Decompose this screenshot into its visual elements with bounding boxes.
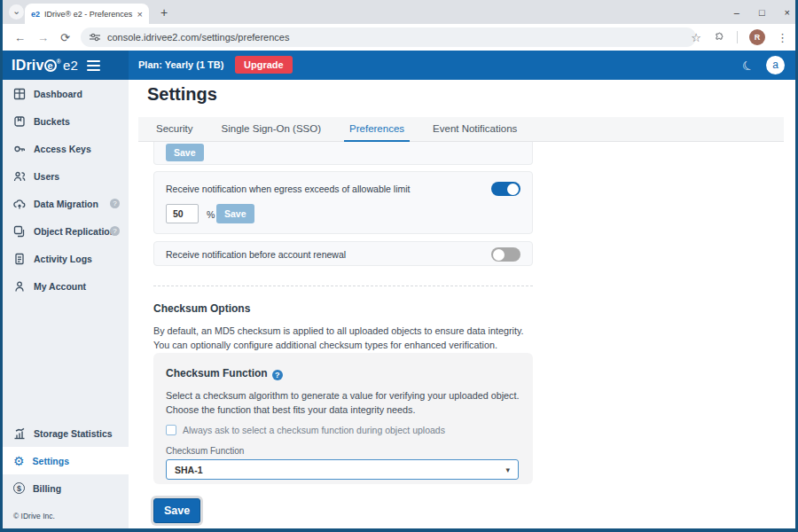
- key-icon: [13, 143, 26, 155]
- tab-event-notifications[interactable]: Event Notifications: [419, 117, 531, 141]
- checksum-options-title: Checksum Options: [153, 302, 250, 315]
- menu-kebab-icon[interactable]: ⋮: [777, 31, 788, 44]
- browser-tab-strip: ⌄ e2 IDrive® e2 - Preferences × + – □ ×: [3, 0, 795, 24]
- minimize-button[interactable]: –: [734, 7, 739, 18]
- sidebar-item-billing[interactable]: $ Billing: [3, 474, 129, 502]
- cloud-migration-icon: [13, 198, 26, 210]
- bar-chart-icon: [13, 427, 26, 440]
- checksum-function-description: Select a checksum algorithm to generate …: [166, 388, 520, 417]
- tab-close-icon[interactable]: ×: [137, 9, 143, 20]
- account-avatar[interactable]: a: [766, 56, 785, 74]
- checksum-options-description: By default, an MD5 checksum is applied t…: [153, 324, 535, 352]
- sidebar-item-buckets[interactable]: Buckets: [3, 107, 129, 135]
- sidebar-item-users[interactable]: Users: [3, 162, 129, 190]
- hamburger-menu-icon[interactable]: [87, 58, 100, 74]
- sidebar-item-storage-statistics[interactable]: Storage Statistics: [3, 419, 129, 447]
- checksum-function-select[interactable]: SHA-1 ▾: [166, 459, 519, 480]
- dark-mode-moon-icon[interactable]: ☾: [740, 57, 756, 74]
- always-ask-checkbox[interactable]: [166, 425, 176, 435]
- new-tab-button[interactable]: +: [160, 5, 168, 20]
- settings-tabbar: Security Single Sign-On (SSO) Preference…: [138, 117, 784, 142]
- help-question-icon[interactable]: ?: [272, 370, 283, 380]
- plan-label: Plan: Yearly (1 TB): [138, 59, 223, 70]
- egress-label: Receive notification when egress exceeds…: [166, 184, 410, 194]
- gear-icon: ⚙: [13, 455, 25, 467]
- select-caret-icon: ▾: [505, 466, 510, 474]
- tab-title: IDrive® e2 - Preferences: [44, 10, 133, 19]
- egress-save-button[interactable]: Save: [216, 204, 254, 223]
- url-text: console.idrivee2.com/settings/preference…: [107, 32, 289, 43]
- bucket-icon: [13, 115, 26, 128]
- checksum-select-label: Checksum Function: [166, 446, 520, 456]
- site-info-icon[interactable]: [90, 33, 100, 42]
- replication-icon: [13, 225, 26, 238]
- egress-percent-input[interactable]: [166, 204, 199, 223]
- checksum-function-title: Checksum Function: [166, 367, 268, 379]
- section-divider: [153, 286, 533, 286]
- egress-toggle[interactable]: [491, 182, 520, 196]
- checksum-function-card: Checksum Function? Select a checksum alg…: [153, 353, 533, 484]
- upgrade-button[interactable]: Upgrade: [235, 56, 293, 74]
- renewal-toggle[interactable]: [491, 247, 520, 262]
- percent-unit-label: %: [207, 209, 215, 220]
- refresh-icon[interactable]: ⟳: [60, 31, 70, 44]
- dashboard-icon: [13, 88, 26, 100]
- help-badge-icon[interactable]: ?: [110, 226, 120, 236]
- egress-notification-card: Receive notification when egress exceeds…: [153, 171, 533, 234]
- tab-search-icon[interactable]: ⌄: [9, 4, 24, 20]
- browser-toolbar: ← → ⟳ console.idrivee2.com/settings/pref…: [3, 24, 795, 51]
- toolbar-divider: [737, 31, 738, 43]
- renewal-notification-card: Receive notification before account rene…: [153, 241, 533, 266]
- sidebar-item-settings[interactable]: ⚙ Settings: [3, 447, 129, 474]
- maximize-button[interactable]: □: [759, 7, 765, 18]
- window-close-button[interactable]: ×: [785, 7, 790, 18]
- sidebar-item-access-keys[interactable]: Access Keys: [3, 135, 129, 162]
- app-header: IDrive®e2 Plan: Yearly (1 TB) Upgrade ☾ …: [3, 51, 795, 80]
- tab-security[interactable]: Security: [142, 117, 207, 141]
- sidebar: Dashboard Buckets Access Keys Users Data…: [3, 80, 129, 528]
- person-icon: [13, 280, 26, 293]
- copyright-text: © IDrive Inc.: [13, 512, 55, 520]
- sidebar-item-object-replication[interactable]: Object Replication ?: [3, 217, 129, 245]
- address-bar[interactable]: console.idrivee2.com/settings/preference…: [81, 27, 696, 47]
- document-icon: [13, 253, 26, 265]
- sidebar-item-my-account[interactable]: My Account: [3, 272, 129, 300]
- main-content: Settings Security Single Sign-On (SSO) P…: [129, 80, 795, 528]
- help-badge-icon[interactable]: ?: [110, 199, 120, 208]
- favicon: e2: [31, 10, 40, 19]
- browser-window: ⌄ e2 IDrive® e2 - Preferences × + – □ × …: [3, 0, 795, 528]
- sidebar-item-activity-logs[interactable]: Activity Logs: [3, 245, 129, 272]
- sidebar-item-data-migration[interactable]: Data Migration ?: [3, 190, 129, 217]
- tab-single-sign-on[interactable]: Single Sign-On (SSO): [207, 117, 336, 141]
- always-ask-label: Always ask to select a checksum function…: [183, 425, 445, 435]
- scrolled-setting-card: Save: [153, 142, 533, 165]
- logo-zone: IDrive®e2: [3, 51, 129, 80]
- bookmark-star-icon[interactable]: ☆: [691, 31, 701, 44]
- back-icon[interactable]: ←: [14, 31, 26, 44]
- checksum-save-button[interactable]: Save: [153, 498, 200, 523]
- extensions-icon[interactable]: [713, 31, 725, 43]
- users-icon: [13, 170, 26, 183]
- tab-preferences[interactable]: Preferences: [335, 117, 419, 141]
- idrive-e2-logo: IDrive®e2: [12, 58, 78, 74]
- browser-tab[interactable]: e2 IDrive® e2 - Preferences ×: [25, 4, 149, 24]
- billing-dollar-icon: $: [13, 482, 25, 494]
- forward-icon[interactable]: →: [37, 31, 49, 44]
- page-title: Settings: [147, 84, 217, 105]
- sidebar-item-dashboard[interactable]: Dashboard: [3, 80, 129, 107]
- browser-profile-avatar[interactable]: R: [749, 29, 765, 45]
- save-button-disabled[interactable]: Save: [166, 144, 204, 161]
- renewal-label: Receive notification before account rene…: [166, 249, 346, 260]
- selected-checksum-value: SHA-1: [175, 465, 203, 475]
